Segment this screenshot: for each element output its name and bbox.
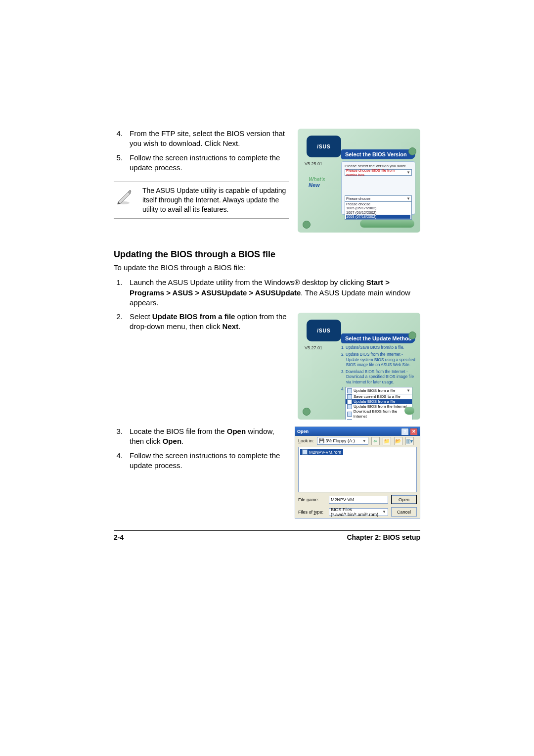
up-folder-icon[interactable]: 📁 bbox=[383, 437, 391, 445]
rom-file-icon bbox=[302, 449, 308, 455]
version-label: V5.25.01 bbox=[305, 161, 322, 166]
version-dropdown-list[interactable]: Please choose 1005 (05/17/2002) 1007 (06… bbox=[345, 202, 412, 220]
step-5-text: Follow the screen instructions to comple… bbox=[130, 153, 289, 173]
dialog-title: Open bbox=[297, 429, 309, 434]
next-button-bar[interactable] bbox=[360, 220, 414, 228]
save-icon bbox=[347, 394, 352, 399]
filename-input[interactable]: M2NPV-VM bbox=[329, 496, 388, 504]
footer-rule bbox=[114, 530, 420, 531]
close-icon[interactable]: ✕ bbox=[410, 428, 418, 435]
step-2-text: Select Update BIOS from a file option fr… bbox=[130, 312, 289, 332]
step-1-text: Launch the ASUS Update utility from the … bbox=[130, 278, 420, 308]
next-button-bar[interactable] bbox=[404, 407, 414, 415]
cancel-button[interactable]: Cancel bbox=[391, 507, 417, 517]
bios-combo[interactable]: Please choose BIOS file from combo box.▼ bbox=[345, 169, 412, 176]
dropdown-option[interactable]: Update BIOS from the Internet bbox=[346, 404, 412, 409]
step-3-text: Locate the BIOS file from the Open windo… bbox=[130, 426, 286, 447]
version-label: V5.27.01 bbox=[305, 345, 322, 350]
dropdown-option-selected[interactable]: Update BIOS from a file bbox=[346, 399, 412, 404]
dialog-titlebar: Open ? ✕ bbox=[295, 427, 420, 436]
list-number: 5. bbox=[114, 153, 123, 173]
views-icon[interactable]: ▥▾ bbox=[405, 437, 414, 445]
list-number: 2. bbox=[114, 312, 123, 332]
step-4-text: From the FTP site, select the BIOS versi… bbox=[130, 129, 289, 149]
dropdown-option-selected[interactable]: 1008 (07/18/2002) bbox=[346, 215, 410, 219]
decorative-circle bbox=[303, 221, 311, 229]
decorative-circle bbox=[408, 331, 416, 339]
section-intro: To update the BIOS through a BIOS file: bbox=[114, 263, 420, 273]
update-method-dropdown[interactable]: Update BIOS from a file▼ Save current BI… bbox=[345, 387, 412, 420]
lookin-dropdown[interactable]: 💾3½ Floppy (A:) ▼ bbox=[317, 437, 368, 445]
section-heading: Updating the BIOS through a BIOS file bbox=[114, 249, 420, 260]
file-icon bbox=[347, 388, 352, 393]
open-button[interactable]: Open bbox=[391, 495, 417, 504]
note-text: The ASUS Update utility is capable of up… bbox=[142, 186, 289, 214]
list-number: 4. bbox=[114, 129, 123, 149]
file-list-area[interactable]: M2NPV-VM.rom bbox=[298, 447, 417, 492]
dropdown-option[interactable]: Download BIOS from the Internet bbox=[346, 409, 412, 419]
whats-new-label: What's New bbox=[309, 176, 325, 188]
screenshot-select-bios-version: /SUS V5.25.01 Select the BIOS Version Pl… bbox=[298, 129, 420, 233]
dropdown-option[interactable]: Save current BIOS to a file bbox=[346, 394, 412, 399]
panel-title: Select the Update Method bbox=[341, 333, 415, 343]
decorative-circle bbox=[303, 408, 311, 416]
chevron-down-icon: ▼ bbox=[362, 439, 366, 443]
combo-value: Please choose bbox=[346, 196, 370, 201]
file-item-selected[interactable]: M2NPV-VM.rom bbox=[300, 449, 343, 455]
note-block: The ASUS Update utility is capable of up… bbox=[114, 182, 289, 219]
step-4b-text: Follow the screen instructions to comple… bbox=[130, 451, 286, 471]
list-number: 3. bbox=[114, 426, 123, 447]
new-folder-icon[interactable]: 📂 bbox=[394, 437, 402, 445]
filename-label: File name: bbox=[298, 497, 326, 502]
asus-logo-badge: /SUS bbox=[307, 320, 341, 341]
asus-logo-badge: /SUS bbox=[307, 136, 341, 157]
list-number: 1. bbox=[114, 278, 123, 308]
globe-icon bbox=[347, 404, 352, 409]
filetype-dropdown[interactable]: BIOS Files (*.awd/*.bin/*.ami/*.rom)▼ bbox=[329, 508, 388, 516]
file-icon bbox=[347, 399, 352, 404]
download-icon bbox=[347, 412, 352, 417]
back-icon[interactable]: ⇦ bbox=[371, 437, 380, 445]
screenshot-open-dialog: Open ? ✕ Look in: 💾3½ Floppy (A:) ▼ ⇦ 📁 … bbox=[295, 426, 420, 519]
combo-placeholder: Please choose BIOS file from combo box. bbox=[346, 168, 406, 177]
dropdown-option[interactable]: Check BIOS Information bbox=[346, 419, 412, 420]
version-combo[interactable]: Please choose▼ bbox=[345, 195, 412, 202]
floppy-icon: 💾 bbox=[319, 438, 324, 443]
chevron-down-icon: ▼ bbox=[382, 510, 386, 514]
chevron-down-icon: ▼ bbox=[406, 170, 410, 175]
chevron-down-icon: ▼ bbox=[406, 196, 410, 201]
chevron-down-icon: ▼ bbox=[406, 388, 410, 393]
info-icon bbox=[347, 419, 352, 420]
lookin-label: Look in: bbox=[298, 438, 314, 443]
pencil-note-icon bbox=[114, 186, 134, 214]
page-number: 2-4 bbox=[114, 533, 124, 541]
panel-title: Select the BIOS Version bbox=[341, 149, 415, 159]
filetype-label: Files of type: bbox=[298, 510, 326, 515]
list-number: 4. bbox=[114, 451, 123, 471]
chapter-label: Chapter 2: BIOS setup bbox=[347, 533, 420, 541]
help-icon[interactable]: ? bbox=[401, 428, 409, 435]
screenshot-select-update-method: /SUS V5.27.01 Select the Update Method 1… bbox=[298, 313, 420, 420]
decorative-circle bbox=[408, 147, 416, 155]
